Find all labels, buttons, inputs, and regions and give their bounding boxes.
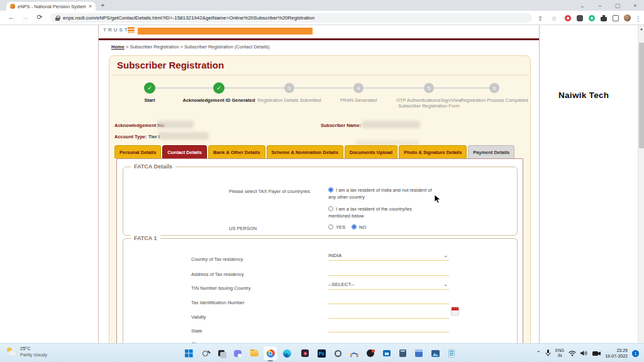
announcement-banner: [138, 28, 313, 35]
breadcrumb-home-link[interactable]: Home: [111, 44, 125, 50]
chevron-down-icon: ⌄: [443, 253, 448, 258]
taskbar-icon-chrome[interactable]: [264, 346, 277, 360]
browser-tab[interactable]: eNPS - National Pension System ×: [6, 2, 96, 11]
taskbar: 25°C Partly cloudy: [0, 343, 644, 362]
browser-toolbar: ← → ⟳ enps.nsdl.com/eNPS/getContactDetai…: [0, 11, 644, 25]
breadcrumb-level2: Subscriber Registration (Contact Details…: [184, 44, 270, 50]
tax-resident-india-label: I am a tax resident of India and not res…: [328, 187, 432, 200]
camera-device-icon[interactable]: [592, 350, 601, 356]
tab-contact-details[interactable]: Contact Details: [162, 145, 207, 158]
taskbar-icon-sticky-notes[interactable]: [412, 346, 426, 360]
subscriber-name-label: Subscriber Name:: [321, 123, 361, 128]
tab-payment-details[interactable]: Payment Details: [468, 145, 514, 158]
forward-button[interactable]: →: [20, 13, 30, 21]
fatca-details-fieldset: FATCA Details Please select TAX Payer of…: [123, 167, 518, 236]
taskbar-icon-photos[interactable]: [428, 346, 442, 360]
window-maximize-button[interactable]: ▢: [609, 0, 626, 11]
new-tab-button[interactable]: +: [101, 1, 104, 9]
registration-panel: Subscriber Registration ✓ ✓ 3 4 5 6 Star…: [109, 55, 531, 343]
tin-issuing-country-select[interactable]: --SELECT-- ⌄: [328, 282, 449, 290]
profile-avatar[interactable]: [624, 14, 631, 21]
redacted-strip: [356, 140, 419, 145]
tin-issuing-country-label: TIN Number issuing Country: [191, 285, 251, 291]
scrollbar-thumb[interactable]: [639, 43, 644, 148]
microphone-icon[interactable]: [545, 349, 551, 357]
taskbar-icon-photoshop[interactable]: Ps: [314, 346, 328, 360]
page-title: Subscriber Registration: [117, 60, 224, 70]
tab-personal-details[interactable]: Personal Details: [114, 145, 161, 158]
taskbar-icon-file-explorer[interactable]: [247, 346, 261, 360]
form-tabs: Personal Details Contact Details Bank & …: [114, 145, 514, 158]
partly-cloudy-icon: [6, 348, 17, 356]
radio-selected-icon[interactable]: [328, 187, 333, 192]
weather-condition: Partly cloudy: [20, 352, 47, 358]
window-menu-icon[interactable]: ⌄: [574, 0, 591, 11]
browser-menu-icon[interactable]: ⋮: [634, 14, 643, 23]
step-4-circle: 4: [353, 83, 364, 93]
taskbar-icon-notepad[interactable]: [445, 346, 458, 360]
wifi-icon[interactable]: [569, 350, 576, 356]
tab-close-icon[interactable]: ×: [89, 4, 92, 9]
taskbar-icon-task-view[interactable]: [214, 346, 228, 360]
taskbar-icon-start[interactable]: [182, 346, 196, 360]
address-of-tax-residency-input[interactable]: [328, 268, 449, 276]
us-person-yes-radio[interactable]: [328, 224, 333, 229]
bookmark-star-icon[interactable]: ☆: [550, 14, 558, 23]
validity-label: Validity: [191, 314, 206, 320]
mouse-cursor: [435, 195, 441, 204]
scroll-up-icon[interactable]: ▲: [640, 27, 643, 31]
tab-bank-other-details[interactable]: Bank & Other Details: [208, 145, 265, 158]
extension-icon-green[interactable]: [589, 15, 595, 21]
reload-button[interactable]: ⟳: [35, 13, 45, 21]
step-4-label: PRAN Generated: [321, 97, 396, 103]
tab-photo-signature-details[interactable]: Photo & Signature Details: [399, 145, 467, 158]
tray-expand-icon[interactable]: ⌃: [536, 350, 541, 356]
lang-secondary: IN: [555, 353, 564, 358]
taskbar-icon-chat[interactable]: [231, 346, 245, 360]
tab-scheme-nomination-details[interactable]: Scheme & Nomination Details: [267, 145, 343, 158]
window-close-button[interactable]: ×: [626, 0, 644, 11]
country-of-tax-residency-select[interactable]: INDIA ⌄: [328, 253, 449, 261]
step-3-circle: 3: [284, 83, 294, 93]
step-2-done-icon: ✓: [213, 82, 225, 94]
taskbar-icon-store[interactable]: [380, 346, 394, 360]
breadcrumb: Home > Subscriber Registration > Subscri…: [111, 44, 270, 50]
fatca-details-legend: FATCA Details: [131, 163, 175, 170]
taskbar-icon-clipchamp[interactable]: [298, 346, 312, 360]
taskbar-icon-search[interactable]: [198, 346, 212, 360]
tab-documents-upload[interactable]: Documents Upload: [345, 145, 397, 158]
calendar-icon[interactable]: [451, 307, 459, 315]
tray-clock[interactable]: 23:29 19-07-2022: [605, 348, 628, 359]
step-6-circle: 6: [489, 83, 499, 93]
address-of-tax-residency-label: Address of Tax residency: [191, 272, 244, 277]
taskbar-icon-calculator[interactable]: [396, 346, 409, 360]
address-bar[interactable]: enps.nsdl.com/eNPS/getContactDetails.htm…: [50, 13, 532, 23]
notification-badge[interactable]: 1: [632, 350, 639, 357]
taskbar-icon-edge[interactable]: [280, 346, 294, 360]
extension-icon-red[interactable]: [565, 15, 571, 21]
nps-trust-logo: TRUST: [103, 27, 130, 33]
volume-icon[interactable]: [580, 350, 588, 356]
tax-resident-other-option[interactable]: I am a tax resident of the country/ies m…: [328, 206, 423, 220]
step-1-label: Start: [112, 97, 187, 103]
state-input[interactable]: [328, 324, 449, 332]
taskbar-weather-widget[interactable]: 25°C Partly cloudy: [6, 346, 47, 358]
share-icon[interactable]: ⇪: [536, 14, 545, 23]
taskbar-icon-headset-app[interactable]: [347, 346, 361, 360]
step-3-label: Registration Details Submitted: [252, 97, 327, 103]
tax-identification-number-input[interactable]: [328, 296, 449, 304]
extension-icon-dark[interactable]: [577, 15, 583, 21]
back-button[interactable]: ←: [6, 13, 16, 21]
step-5-circle: 5: [424, 83, 434, 93]
page-scrollbar[interactable]: ▲: [638, 25, 644, 343]
tax-resident-india-option[interactable]: I am a tax resident of India and not res…: [328, 187, 435, 201]
tray-language-switcher[interactable]: ENG IN: [555, 348, 564, 358]
extensions-puzzle-icon[interactable]: [601, 15, 607, 21]
radio-unselected-icon[interactable]: [328, 206, 333, 211]
tab-search-icon[interactable]: [613, 15, 619, 21]
taskbar-icon-settings[interactable]: [331, 346, 345, 360]
window-minimize-button[interactable]: –: [591, 0, 609, 11]
validity-input[interactable]: [328, 310, 449, 319]
us-person-no-radio[interactable]: [352, 224, 357, 229]
taskbar-icon-recorder[interactable]: [364, 346, 377, 360]
